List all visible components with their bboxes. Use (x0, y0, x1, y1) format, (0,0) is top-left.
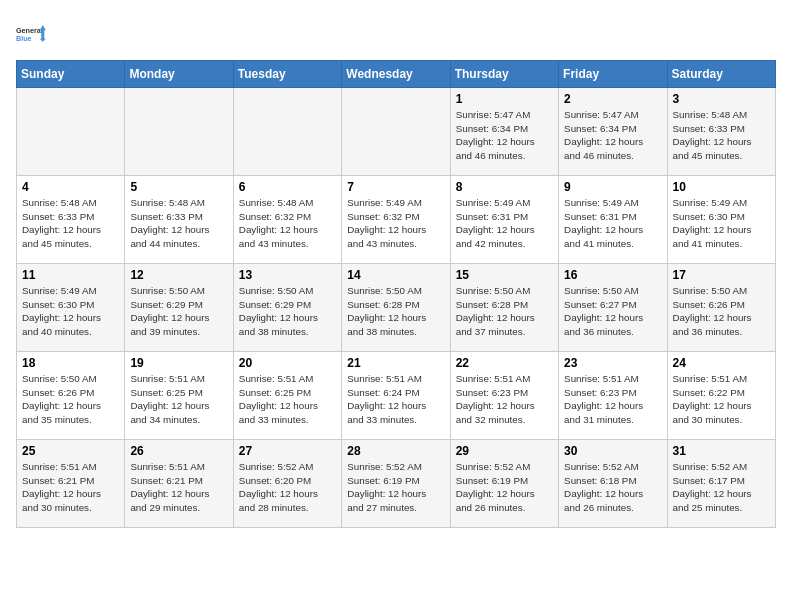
day-number: 6 (239, 180, 336, 194)
day-info: Sunrise: 5:50 AM Sunset: 6:28 PM Dayligh… (347, 284, 444, 339)
calendar-cell: 12Sunrise: 5:50 AM Sunset: 6:29 PM Dayli… (125, 264, 233, 352)
calendar-cell: 3Sunrise: 5:48 AM Sunset: 6:33 PM Daylig… (667, 88, 775, 176)
day-number: 9 (564, 180, 661, 194)
calendar-cell: 5Sunrise: 5:48 AM Sunset: 6:33 PM Daylig… (125, 176, 233, 264)
calendar-cell: 21Sunrise: 5:51 AM Sunset: 6:24 PM Dayli… (342, 352, 450, 440)
day-number: 31 (673, 444, 770, 458)
calendar-cell: 28Sunrise: 5:52 AM Sunset: 6:19 PM Dayli… (342, 440, 450, 528)
calendar-cell: 2Sunrise: 5:47 AM Sunset: 6:34 PM Daylig… (559, 88, 667, 176)
day-info: Sunrise: 5:51 AM Sunset: 6:24 PM Dayligh… (347, 372, 444, 427)
day-info: Sunrise: 5:48 AM Sunset: 6:33 PM Dayligh… (22, 196, 119, 251)
day-number: 10 (673, 180, 770, 194)
day-info: Sunrise: 5:52 AM Sunset: 6:17 PM Dayligh… (673, 460, 770, 515)
calendar-cell: 4Sunrise: 5:48 AM Sunset: 6:33 PM Daylig… (17, 176, 125, 264)
day-number: 25 (22, 444, 119, 458)
day-info: Sunrise: 5:50 AM Sunset: 6:27 PM Dayligh… (564, 284, 661, 339)
calendar-cell: 8Sunrise: 5:49 AM Sunset: 6:31 PM Daylig… (450, 176, 558, 264)
day-info: Sunrise: 5:50 AM Sunset: 6:28 PM Dayligh… (456, 284, 553, 339)
day-info: Sunrise: 5:49 AM Sunset: 6:32 PM Dayligh… (347, 196, 444, 251)
day-info: Sunrise: 5:50 AM Sunset: 6:26 PM Dayligh… (22, 372, 119, 427)
weekday-header-friday: Friday (559, 61, 667, 88)
day-info: Sunrise: 5:49 AM Sunset: 6:31 PM Dayligh… (564, 196, 661, 251)
day-info: Sunrise: 5:50 AM Sunset: 6:29 PM Dayligh… (130, 284, 227, 339)
day-info: Sunrise: 5:51 AM Sunset: 6:22 PM Dayligh… (673, 372, 770, 427)
day-number: 14 (347, 268, 444, 282)
logo: GeneralBlue (16, 16, 52, 52)
day-info: Sunrise: 5:51 AM Sunset: 6:25 PM Dayligh… (130, 372, 227, 427)
day-number: 13 (239, 268, 336, 282)
calendar-cell: 20Sunrise: 5:51 AM Sunset: 6:25 PM Dayli… (233, 352, 341, 440)
day-info: Sunrise: 5:49 AM Sunset: 6:30 PM Dayligh… (673, 196, 770, 251)
day-info: Sunrise: 5:51 AM Sunset: 6:21 PM Dayligh… (130, 460, 227, 515)
calendar-cell: 11Sunrise: 5:49 AM Sunset: 6:30 PM Dayli… (17, 264, 125, 352)
day-number: 30 (564, 444, 661, 458)
calendar-cell: 6Sunrise: 5:48 AM Sunset: 6:32 PM Daylig… (233, 176, 341, 264)
weekday-header-monday: Monday (125, 61, 233, 88)
day-number: 2 (564, 92, 661, 106)
day-info: Sunrise: 5:49 AM Sunset: 6:31 PM Dayligh… (456, 196, 553, 251)
day-info: Sunrise: 5:47 AM Sunset: 6:34 PM Dayligh… (564, 108, 661, 163)
day-info: Sunrise: 5:52 AM Sunset: 6:19 PM Dayligh… (456, 460, 553, 515)
day-info: Sunrise: 5:51 AM Sunset: 6:23 PM Dayligh… (564, 372, 661, 427)
day-number: 20 (239, 356, 336, 370)
day-number: 29 (456, 444, 553, 458)
day-number: 24 (673, 356, 770, 370)
calendar-cell: 14Sunrise: 5:50 AM Sunset: 6:28 PM Dayli… (342, 264, 450, 352)
calendar-cell: 10Sunrise: 5:49 AM Sunset: 6:30 PM Dayli… (667, 176, 775, 264)
day-info: Sunrise: 5:47 AM Sunset: 6:34 PM Dayligh… (456, 108, 553, 163)
weekday-header-wednesday: Wednesday (342, 61, 450, 88)
svg-text:Blue: Blue (16, 34, 32, 43)
day-number: 8 (456, 180, 553, 194)
calendar-cell: 17Sunrise: 5:50 AM Sunset: 6:26 PM Dayli… (667, 264, 775, 352)
calendar-cell: 29Sunrise: 5:52 AM Sunset: 6:19 PM Dayli… (450, 440, 558, 528)
day-info: Sunrise: 5:52 AM Sunset: 6:18 PM Dayligh… (564, 460, 661, 515)
weekday-header-sunday: Sunday (17, 61, 125, 88)
day-info: Sunrise: 5:48 AM Sunset: 6:32 PM Dayligh… (239, 196, 336, 251)
day-info: Sunrise: 5:51 AM Sunset: 6:23 PM Dayligh… (456, 372, 553, 427)
calendar-cell: 27Sunrise: 5:52 AM Sunset: 6:20 PM Dayli… (233, 440, 341, 528)
calendar-cell: 9Sunrise: 5:49 AM Sunset: 6:31 PM Daylig… (559, 176, 667, 264)
day-info: Sunrise: 5:52 AM Sunset: 6:20 PM Dayligh… (239, 460, 336, 515)
calendar-cell: 25Sunrise: 5:51 AM Sunset: 6:21 PM Dayli… (17, 440, 125, 528)
day-number: 28 (347, 444, 444, 458)
day-number: 19 (130, 356, 227, 370)
calendar-cell: 26Sunrise: 5:51 AM Sunset: 6:21 PM Dayli… (125, 440, 233, 528)
calendar-cell (17, 88, 125, 176)
day-number: 15 (456, 268, 553, 282)
day-info: Sunrise: 5:49 AM Sunset: 6:30 PM Dayligh… (22, 284, 119, 339)
weekday-header-saturday: Saturday (667, 61, 775, 88)
day-number: 18 (22, 356, 119, 370)
calendar-cell (342, 88, 450, 176)
calendar-cell: 1Sunrise: 5:47 AM Sunset: 6:34 PM Daylig… (450, 88, 558, 176)
day-info: Sunrise: 5:52 AM Sunset: 6:19 PM Dayligh… (347, 460, 444, 515)
day-number: 16 (564, 268, 661, 282)
day-number: 12 (130, 268, 227, 282)
svg-text:General: General (16, 26, 43, 35)
day-info: Sunrise: 5:51 AM Sunset: 6:25 PM Dayligh… (239, 372, 336, 427)
day-number: 11 (22, 268, 119, 282)
day-number: 3 (673, 92, 770, 106)
day-number: 5 (130, 180, 227, 194)
calendar-cell: 30Sunrise: 5:52 AM Sunset: 6:18 PM Dayli… (559, 440, 667, 528)
day-number: 4 (22, 180, 119, 194)
calendar-cell: 7Sunrise: 5:49 AM Sunset: 6:32 PM Daylig… (342, 176, 450, 264)
calendar-cell: 23Sunrise: 5:51 AM Sunset: 6:23 PM Dayli… (559, 352, 667, 440)
weekday-header-thursday: Thursday (450, 61, 558, 88)
calendar-cell: 22Sunrise: 5:51 AM Sunset: 6:23 PM Dayli… (450, 352, 558, 440)
weekday-header-tuesday: Tuesday (233, 61, 341, 88)
calendar-cell: 24Sunrise: 5:51 AM Sunset: 6:22 PM Dayli… (667, 352, 775, 440)
logo-icon: GeneralBlue (16, 16, 52, 52)
calendar-cell (125, 88, 233, 176)
calendar-cell: 16Sunrise: 5:50 AM Sunset: 6:27 PM Dayli… (559, 264, 667, 352)
day-number: 17 (673, 268, 770, 282)
day-number: 27 (239, 444, 336, 458)
page-header: GeneralBlue (16, 16, 776, 52)
day-number: 22 (456, 356, 553, 370)
day-number: 21 (347, 356, 444, 370)
calendar-cell: 19Sunrise: 5:51 AM Sunset: 6:25 PM Dayli… (125, 352, 233, 440)
day-info: Sunrise: 5:50 AM Sunset: 6:26 PM Dayligh… (673, 284, 770, 339)
calendar-cell: 13Sunrise: 5:50 AM Sunset: 6:29 PM Dayli… (233, 264, 341, 352)
calendar-cell: 15Sunrise: 5:50 AM Sunset: 6:28 PM Dayli… (450, 264, 558, 352)
day-info: Sunrise: 5:50 AM Sunset: 6:29 PM Dayligh… (239, 284, 336, 339)
calendar-cell (233, 88, 341, 176)
